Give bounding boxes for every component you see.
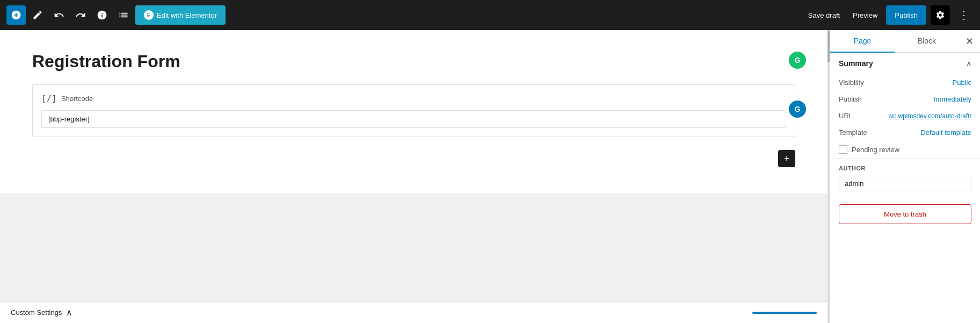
- tools-button[interactable]: [28, 5, 47, 25]
- editor-canvas: Registration Form G [/] Shortcode +: [0, 30, 827, 193]
- add-block-inner-button[interactable]: +: [778, 150, 795, 167]
- more-options-button[interactable]: ⋮: [954, 5, 974, 25]
- shortcode-block: [/] Shortcode: [32, 84, 795, 137]
- toolbar: E Edit with Elementor Save draft Preview…: [0, 0, 980, 30]
- save-draft-button[interactable]: Save draft: [804, 11, 844, 19]
- settings-button[interactable]: [931, 5, 950, 25]
- editor-wrapper: Registration Form G [/] Shortcode +: [0, 30, 827, 323]
- grammarly-icon: G: [789, 52, 806, 69]
- edit-elementor-label: Edit with Elementor: [157, 11, 217, 19]
- custom-settings-label: Custom Settings: [11, 308, 62, 317]
- visibility-label: Visibility: [839, 78, 864, 87]
- publish-label: Publish: [839, 95, 862, 103]
- scrollbar-track: [827, 30, 830, 323]
- edit-elementor-button[interactable]: E Edit with Elementor: [135, 5, 226, 25]
- shortcode-icon: [/]: [41, 94, 57, 104]
- publish-button[interactable]: Publish: [886, 5, 926, 25]
- shortcode-label: Shortcode: [61, 95, 93, 103]
- pending-review-checkbox[interactable]: [839, 145, 847, 154]
- author-label: AUTHOR: [839, 165, 971, 171]
- pending-review-row: Pending review: [830, 141, 980, 158]
- scrollbar-thumb[interactable]: [827, 30, 830, 62]
- shortcode-header: [/] Shortcode: [41, 94, 786, 104]
- add-icon: +: [784, 153, 790, 164]
- shortcode-input[interactable]: [41, 110, 786, 128]
- editor-scroll: Registration Form G [/] Shortcode +: [0, 30, 827, 302]
- bottom-progress-bar: [752, 312, 817, 314]
- right-sidebar: Page Block ✕ Summary ∧ Visibility Public…: [830, 30, 980, 323]
- summary-row-url: URL wc.wplmsdev.com/auto-draft/: [830, 107, 980, 124]
- bottom-bar: Custom Settings ∧: [0, 302, 827, 323]
- tab-block[interactable]: Block: [895, 30, 959, 53]
- template-value[interactable]: Default template: [920, 128, 971, 137]
- list-view-button[interactable]: [114, 5, 133, 25]
- toolbar-left: E Edit with Elementor: [6, 5, 226, 25]
- summary-row-publish: Publish Immediately: [830, 91, 980, 107]
- page-title: Registration Form: [32, 52, 795, 71]
- bottom-bar-chevron[interactable]: ∧: [66, 307, 72, 318]
- add-block-button[interactable]: [6, 5, 26, 25]
- summary-header[interactable]: Summary ∧: [830, 53, 980, 74]
- summary-section: Summary ∧ Visibility Public Publish Imme…: [830, 53, 980, 159]
- block-add-row: +: [32, 146, 795, 171]
- publish-value[interactable]: Immediately: [934, 95, 971, 103]
- toolbar-right: Save draft Preview Publish ⋮: [804, 5, 974, 25]
- sidebar-tabs-row: Page Block ✕: [830, 30, 980, 53]
- tab-page[interactable]: Page: [830, 30, 895, 53]
- main-layout: Registration Form G [/] Shortcode +: [0, 30, 980, 323]
- url-value[interactable]: wc.wplmsdev.com/auto-draft/: [889, 112, 972, 120]
- author-section: AUTHOR admin: [830, 159, 980, 198]
- summary-title: Summary: [839, 59, 873, 68]
- redo-button[interactable]: [71, 5, 90, 25]
- undo-button[interactable]: [49, 5, 69, 25]
- move-to-trash-button[interactable]: Move to trash: [839, 204, 971, 224]
- url-label: URL: [839, 112, 853, 120]
- template-label: Template: [839, 128, 867, 137]
- visibility-value[interactable]: Public: [953, 78, 971, 87]
- close-sidebar-button[interactable]: ✕: [959, 32, 980, 51]
- custom-settings-row: Custom Settings ∧: [11, 307, 72, 318]
- summary-chevron-icon: ∧: [966, 59, 971, 68]
- elementor-icon: E: [144, 10, 154, 20]
- preview-button[interactable]: Preview: [848, 11, 882, 19]
- pending-review-label: Pending review: [852, 146, 899, 154]
- author-select[interactable]: admin: [839, 176, 971, 191]
- summary-row-visibility: Visibility Public: [830, 74, 980, 91]
- summary-row-template: Template Default template: [830, 124, 980, 141]
- grammarly-bottom-icon: G: [789, 101, 806, 118]
- info-button[interactable]: [92, 5, 112, 25]
